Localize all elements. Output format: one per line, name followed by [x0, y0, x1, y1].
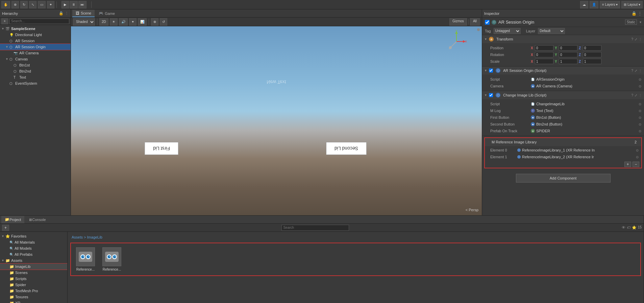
proj-all-prefabs[interactable]: 🔍 All Prefabs [0, 251, 67, 257]
proj-favorites-header[interactable]: ▼ ⭐ Favorites [0, 233, 67, 239]
proj-all-materials[interactable]: 🔍 All Materials [0, 239, 67, 245]
asset-item-1[interactable]: Reference... [100, 246, 124, 273]
static-dropdown-arrow[interactable]: ▾ [640, 20, 641, 24]
collab-btn[interactable]: ☁ [580, 1, 588, 8]
scene-stats-btn[interactable]: 📊 [138, 18, 147, 26]
rotate-tool-btn[interactable]: ↻ [20, 1, 28, 8]
project-tab[interactable]: 📁 Project [1, 216, 24, 223]
shading-select[interactable]: Shaded [73, 18, 95, 26]
scale-x-input[interactable] [535, 59, 553, 64]
game-tab[interactable]: 🎮 Game [95, 10, 118, 17]
hier-item-btn2nd[interactable]: ⬡ Btn2nd [0, 68, 71, 74]
object-enabled-checkbox[interactable] [485, 20, 490, 25]
rect-tool-btn[interactable]: ▭ [38, 1, 46, 8]
tag-select[interactable]: Untagged [494, 28, 521, 34]
proj-texures[interactable]: 📁 Texures [0, 294, 67, 300]
layer-select[interactable]: Default [538, 28, 565, 34]
scene-view[interactable]: X Y Z New Text First Lid Second Lid < Pe… [71, 26, 482, 215]
rotation-x-input[interactable] [535, 52, 553, 57]
cil-secondbtn-target[interactable]: ⊙ [639, 122, 641, 126]
rotate-gizmo-btn[interactable]: ↺ [160, 18, 167, 26]
ar-script-expand-icon[interactable]: ⤢ [635, 69, 637, 73]
step-btn[interactable]: ⏭ [78, 1, 86, 8]
cil-mlog-target[interactable]: ⊙ [639, 109, 641, 113]
position-y-input[interactable] [559, 45, 577, 51]
transform-help-icon[interactable]: ? [631, 37, 633, 41]
hier-item-directional-light[interactable]: 💡 Directional Light [0, 32, 71, 38]
inspector-menu-icon[interactable]: ⋮ [638, 11, 642, 16]
cil-prefab-target[interactable]: ⊙ [639, 129, 641, 133]
project-search-input[interactable] [281, 225, 349, 231]
transform-component-header[interactable]: ▼ ⊕ Transform ? ⤢ ⋮ [482, 35, 644, 43]
cil-menu-icon[interactable]: ⋮ [639, 93, 642, 97]
layout-btn[interactable]: ⊞ Layout ▾ [621, 1, 643, 8]
account-btn[interactable]: 👤 [590, 1, 598, 8]
proj-scenes[interactable]: 📁 Scenes [0, 270, 67, 276]
transform-tool-btn[interactable]: ✦ [47, 1, 54, 8]
proj-imagelib[interactable]: 📁 ImageLib [0, 264, 67, 270]
assets-star-icon[interactable]: ⭐ [632, 225, 637, 230]
scale-z-input[interactable] [583, 59, 601, 64]
hier-item-ar-session-origin[interactable]: ▼ ⬡ AR Session Origin [0, 44, 71, 50]
position-x-input[interactable] [535, 45, 553, 51]
hierarchy-add-btn[interactable]: + [1, 18, 8, 24]
hier-item-ar-session[interactable]: ⬡ AR Session [0, 38, 71, 44]
cil-firstbtn-target[interactable]: ⊙ [639, 116, 641, 119]
play-btn[interactable]: ▶ [61, 1, 69, 8]
project-add-btn[interactable]: + [2, 225, 9, 231]
proj-spider[interactable]: 📁 Spider [0, 282, 67, 288]
scale-y-input[interactable] [559, 59, 577, 64]
all-btn[interactable]: All [470, 18, 480, 26]
hier-item-ar-camera[interactable]: 📷 AR Camera [0, 50, 71, 56]
hier-item-btn1st[interactable]: ⬡ Btn1st [0, 62, 71, 68]
proj-xr[interactable]: 📁 XR [0, 300, 67, 303]
move-tool-btn[interactable]: ⊕ [11, 1, 19, 8]
pause-btn[interactable]: ⏸ [70, 1, 78, 8]
hierarchy-menu-icon[interactable]: ⋮ [65, 11, 69, 16]
assets-view-icon[interactable]: 👁 [622, 225, 625, 230]
element-1-target-btn[interactable]: ⊙ [636, 155, 639, 159]
cil-enabled[interactable] [489, 93, 493, 97]
mref-remove-btn[interactable]: − [633, 162, 639, 167]
scale-tool-btn[interactable]: ⤡ [29, 1, 36, 8]
assets-filter-icon[interactable]: 🏷 [627, 225, 630, 230]
hierarchy-search-input[interactable] [9, 19, 69, 24]
position-z-input[interactable] [583, 45, 601, 51]
gizmos-btn[interactable]: Gizmos [449, 18, 467, 26]
ar-script-menu-icon[interactable]: ⋮ [639, 69, 642, 73]
hier-item-event-system[interactable]: ⬡ EventSystem [0, 80, 71, 86]
rotation-y-input[interactable] [559, 52, 577, 57]
mref-add-btn[interactable]: + [624, 162, 631, 167]
cil-help-icon[interactable]: ? [631, 93, 633, 97]
asset-item-0[interactable]: Reference... [74, 246, 97, 273]
fx-btn[interactable]: ✦ [129, 18, 137, 26]
inspector-lock-icon[interactable]: 🔒 [631, 11, 637, 16]
move-gizmo-btn[interactable]: ⊕ [151, 18, 158, 26]
hand-tool-btn[interactable]: ✋ [1, 1, 10, 8]
console-tab[interactable]: 🖥 Console [25, 216, 49, 223]
proj-assets-header[interactable]: ▼ 📁 Assets [0, 257, 67, 264]
ar-script-enabled[interactable] [489, 68, 493, 73]
audio-btn[interactable]: 🔊 [119, 18, 128, 26]
scene-tab[interactable]: 🖼 Scene [72, 10, 95, 17]
proj-textmesh-pro[interactable]: 📁 TextMesh Pro [0, 288, 67, 294]
hier-item-text[interactable]: T Text [0, 74, 71, 80]
lighting-btn[interactable]: ☀ [110, 18, 118, 26]
ar-script-help-icon[interactable]: ? [631, 69, 633, 73]
transform-menu-icon[interactable]: ⋮ [639, 37, 642, 41]
hier-item-sample-scene[interactable]: ▼ 🎬 SampleScene [0, 26, 71, 32]
proj-scripts[interactable]: 📁 Scripts [0, 276, 67, 282]
ar-script-target-btn[interactable]: ⊙ [639, 78, 641, 81]
change-image-lib-header[interactable]: ▼ ⬡ Change Image Lib (Script) ? ⤢ ⋮ [482, 91, 644, 99]
ar-session-origin-script-header[interactable]: ▼ ⬡ AR Session Origin (Script) ? ⤢ ⋮ [482, 66, 644, 75]
element-0-target-btn[interactable]: ⊙ [636, 148, 639, 152]
ar-camera-target-btn[interactable]: ⊙ [639, 84, 641, 88]
2d-btn[interactable]: 2D [99, 18, 108, 26]
hier-item-canvas[interactable]: ▼ ⬡ Canvas [0, 56, 71, 62]
hierarchy-lock-icon[interactable]: 🔒 [59, 11, 64, 16]
cil-expand-icon[interactable]: ⤢ [635, 93, 637, 97]
proj-all-models[interactable]: 🔍 All Models [0, 245, 67, 251]
layers-btn[interactable]: ≡ Layers ▾ [600, 1, 620, 8]
add-component-btn[interactable]: Add Component [516, 174, 611, 183]
transform-expand-icon[interactable]: ⤢ [635, 37, 637, 41]
